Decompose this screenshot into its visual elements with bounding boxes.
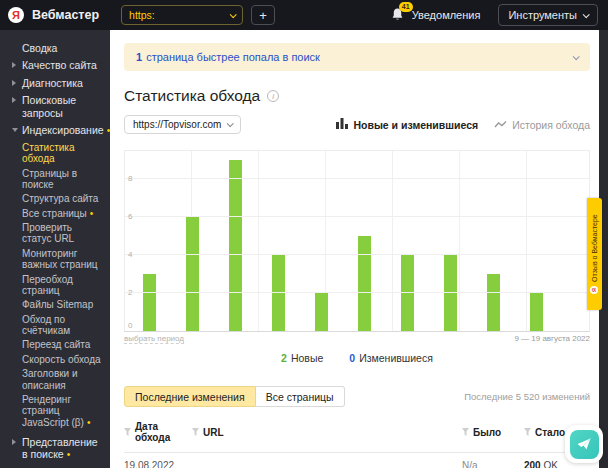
sidebar-subitem-обход[interactable]: Обход по счётчикам	[22, 314, 104, 337]
tools-menu-button[interactable]: Инструменты	[498, 4, 598, 26]
chart-gridline	[125, 292, 589, 293]
legend-item-новые[interactable]: 2Новые	[281, 352, 323, 364]
view-toggle-new-changed[interactable]: Новые и изменившиеся	[336, 118, 478, 131]
column-header-дата-обхода[interactable]: Дата обхода	[124, 421, 184, 443]
sidebar-subitem-label: Рендеринг страниц JavaScript (β)	[22, 394, 84, 428]
chart-bar[interactable]	[358, 236, 371, 331]
column-header-label: Было	[473, 427, 501, 438]
sidebar-subitem-рендеринг[interactable]: Рендеринг страниц JavaScript (β)•	[22, 394, 104, 429]
chevron-right-icon	[12, 97, 16, 103]
filter-funnel-icon	[192, 427, 199, 438]
y-axis-tick-label: 0	[128, 321, 132, 330]
legend-value: 2	[281, 352, 287, 364]
sidebar-subitem-структура[interactable]: Структура сайта	[22, 193, 104, 205]
sidebar-subitem-label: Статистика обхода	[22, 142, 75, 165]
cell-before-link[interactable]: N/a	[462, 460, 478, 468]
sidebar-subitem-статистика[interactable]: Статистика обхода	[22, 142, 104, 165]
table-tabs-row: Последние измененияВсе страницы Последни…	[124, 386, 590, 407]
chart-gridline	[125, 178, 589, 179]
chat-widget[interactable]	[565, 425, 603, 463]
sidebar-subitem-label: Заголовки и описания	[22, 368, 78, 391]
chart-bar[interactable]	[229, 160, 242, 331]
sidebar-subitem-страницы[interactable]: Страницы в поиске	[22, 168, 104, 191]
legend-value: 0	[349, 352, 355, 364]
notifications-label: Уведомления	[412, 9, 481, 21]
column-header-label: Стало	[535, 427, 565, 438]
sidebar-item-сводка[interactable]: Сводка	[14, 42, 104, 54]
sidebar-subitem-все[interactable]: Все страницы•	[22, 208, 104, 220]
sidebar-item-label: Представление в поиске	[22, 436, 98, 460]
table-row: 19.08.2022N/a200 OK	[124, 453, 590, 468]
sidebar-subitem-скорость[interactable]: Скорость обхода	[22, 354, 104, 366]
host-select-dropdown[interactable]: https://Topvisor.com	[124, 115, 241, 134]
new-feature-dot: •	[87, 417, 91, 428]
y-axis-tick-label: 2	[128, 288, 132, 297]
sidebar-subitem-label: Файлы Sitemap	[22, 299, 93, 310]
status-code: 200	[524, 460, 541, 468]
filter-funnel-icon	[462, 427, 469, 438]
sidebar-subitem-проверить[interactable]: Проверить статус URL	[22, 222, 104, 245]
table-tabs: Последние измененияВсе страницы	[124, 386, 345, 407]
tab-все[interactable]: Все страницы	[256, 386, 345, 407]
chevron-right-icon	[12, 62, 16, 68]
bell-icon: 41	[390, 7, 406, 23]
chart-bar[interactable]	[530, 293, 543, 331]
notification-banner[interactable]: 1 страница быстрее попала в поиск	[124, 43, 590, 71]
view-toggle-history[interactable]: История обхода	[494, 119, 590, 131]
chevron-down-icon	[583, 11, 590, 18]
view-toggle-label: История обхода	[512, 119, 590, 131]
info-icon[interactable]: i	[267, 90, 279, 102]
sidebar-subitem-переезд[interactable]: Переезд сайта	[22, 339, 104, 351]
new-feature-dot: •	[67, 449, 71, 460]
notification-badge: 41	[399, 2, 413, 12]
sidebar-item-представление[interactable]: Представление в поиске•	[14, 436, 104, 461]
column-header-было[interactable]: Было	[462, 427, 516, 438]
banner-count: 1	[136, 51, 142, 63]
sidebar-item-label: Поисковые запросы	[22, 94, 76, 118]
sidebar-item-label: Индексирование	[22, 124, 104, 136]
cell-crawl-date: 19.08.2022	[124, 460, 184, 468]
chart-bar[interactable]	[186, 217, 199, 331]
sidebar-item-label: Качество сайта	[22, 59, 97, 71]
sidebar-subitem-label: Проверить статус URL	[22, 222, 74, 245]
sidebar-subitem-label: Переобход страниц	[22, 274, 73, 297]
chart-legend: 2Новые0Изменившиеся	[124, 352, 590, 364]
chart-plot-area: 02468	[124, 150, 590, 332]
chart-bar[interactable]	[143, 274, 156, 331]
column-header-url[interactable]: URL	[192, 427, 454, 438]
chart-bar[interactable]	[487, 274, 500, 331]
tab-последние[interactable]: Последние изменения	[124, 386, 256, 407]
feedback-tab-button[interactable]: Я Отзыв о Вебмастере	[587, 198, 602, 310]
add-site-button[interactable]: +	[251, 5, 275, 25]
site-select-dropdown[interactable]: https:	[121, 5, 243, 25]
sidebar-subitem-label: Страницы в поиске	[22, 168, 77, 191]
notifications-button[interactable]: 41 Уведомления	[390, 7, 481, 23]
sidebar-item-поисковые[interactable]: Поисковые запросы	[14, 94, 104, 119]
sidebar-subitem-переобход[interactable]: Переобход страниц	[22, 274, 104, 297]
sidebar-subitem-label: Все страницы	[22, 208, 87, 219]
yandex-logo-icon[interactable]: Я	[8, 7, 24, 23]
feedback-tab-label: Отзыв о Вебмастере	[591, 214, 598, 282]
main-content: 1 страница быстрее попала в поиск Статис…	[110, 30, 599, 468]
filter-funnel-icon	[524, 427, 531, 438]
sidebar-subitem-label: Структура сайта	[22, 193, 98, 204]
table-header-row: Дата обходаURLБылоСтало	[124, 421, 590, 453]
sidebar-subitem-файлы[interactable]: Файлы Sitemap	[22, 299, 104, 311]
chart-bar[interactable]	[315, 293, 328, 331]
sidebar-subitem-заголовки[interactable]: Заголовки и описания	[22, 368, 104, 391]
line-chart-icon	[494, 119, 507, 131]
select-period-link[interactable]: выбрать период	[124, 334, 184, 344]
send-chat-button[interactable]	[570, 430, 599, 459]
legend-item-изменившиеся[interactable]: 0Изменившиеся	[349, 352, 433, 364]
sidebar-item-индексирование[interactable]: Индексирование•	[14, 124, 104, 137]
legend-label: Изменившиеся	[359, 352, 433, 364]
sidebar-item-диагностика[interactable]: Диагностика	[14, 77, 104, 89]
sidebar-subitem-label: Переезд сайта	[22, 339, 90, 350]
sidebar-subitem-мониторинг[interactable]: Мониторинг важных страниц	[22, 248, 104, 271]
column-header-label: URL	[203, 427, 224, 438]
banner-text: страница быстрее попала в поиск	[146, 51, 320, 63]
sidebar-submenu: Статистика обходаСтраницы в поискеСтрукт…	[22, 142, 104, 429]
tools-label: Инструменты	[508, 9, 577, 21]
sidebar-item-качество[interactable]: Качество сайта	[14, 59, 104, 71]
changes-count-label: Последние 5 520 изменений	[464, 391, 590, 402]
